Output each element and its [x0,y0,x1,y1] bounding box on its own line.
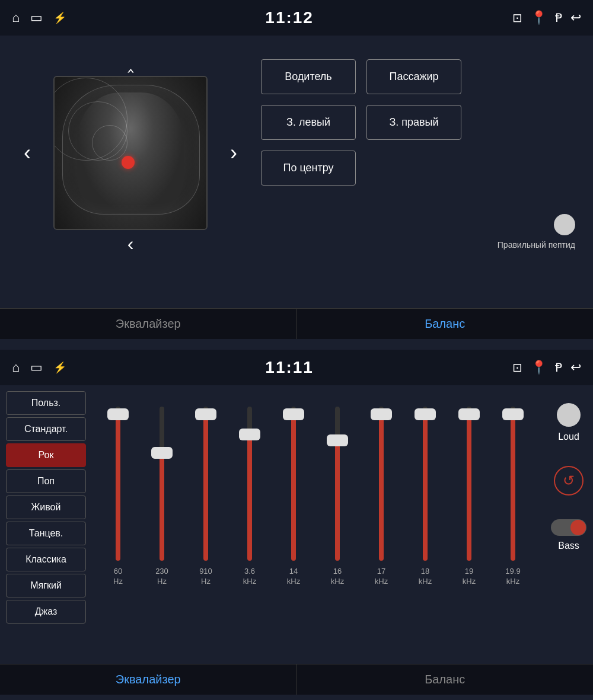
arrow-left-button[interactable]: ‹ [18,138,37,168]
screen-icon-bottom[interactable]: ▭ [30,360,43,375]
arrow-down-button[interactable]: ‹ [116,230,146,258]
usb-icon-bottom[interactable]: ⚡ [53,361,66,374]
slider-track-9[interactable] [511,407,515,561]
ring-3 [53,78,127,161]
slider-thumb-2[interactable] [195,408,216,420]
slider-thumb-4[interactable] [283,408,304,420]
slider-fill-0 [116,414,120,561]
slider-thumb-3[interactable] [239,429,260,440]
slider-thumb-1[interactable] [151,447,173,459]
preset-item-live[interactable]: Живой [6,496,86,519]
slider-fill-1 [160,453,164,561]
tab-bar-bottom: Эквалайзер Баланс [0,664,593,695]
ring-2 [68,101,127,161]
slider-fill-6 [379,414,384,561]
back-icon-bottom[interactable]: ↩ [570,360,581,375]
bluetooth-icon-top[interactable]: Ᵽ [555,11,562,25]
preset-item-jazz[interactable]: Джаз [6,600,86,624]
slider-track-2[interactable] [203,407,208,561]
slider-fill-3 [247,434,252,561]
slider-track-3[interactable] [247,407,252,561]
eq-right-controls: Loud ↺ Bass [539,385,593,664]
slider-fill-4 [291,414,296,561]
location-icon-bottom[interactable]: 📍 [531,360,547,375]
status-icons-left-bottom: ⌂ ▭ ⚡ [12,360,66,375]
loud-label: Loud [558,431,579,442]
rear-left-button[interactable]: З. левый [261,105,356,140]
time-bottom: 11:11 [265,358,314,377]
peptide-label: Правильный пептид [498,240,575,250]
slider-thumb-0[interactable] [107,408,129,420]
slider-thumb-5[interactable] [327,434,348,446]
tab-balance-top-label: Баланс [425,317,465,331]
balance-content: ‸ ‹ › ‹ Водитель [0,36,593,308]
center-button[interactable]: По центру [261,151,356,186]
slider-col-6: 17kHz [361,407,401,587]
location-icon-top[interactable]: 📍 [531,10,547,25]
arrow-up-button[interactable]: ‸ [116,47,146,76]
cast-icon-top[interactable]: ⊡ [512,11,522,25]
bottom-panel: ⌂ ▭ ⚡ 11:11 ⊡ 📍 Ᵽ ↩ Польз.Стандарт.РокПо… [0,350,593,700]
driver-button[interactable]: Водитель [261,59,356,94]
ring-1 [92,125,127,161]
bass-area: Bass [551,519,586,551]
passenger-button[interactable]: Пассажир [366,59,461,94]
status-icons-left-top: ⌂ ▭ ⚡ [12,10,66,25]
status-icons-right-top: ⊡ 📍 Ᵽ ↩ [512,10,581,25]
slider-label-2: 910Hz [199,567,212,587]
bass-toggle-knob [570,520,586,535]
slider-track-5[interactable] [335,407,340,561]
preset-item-rock[interactable]: Рок [6,443,86,467]
tab-equalizer-bottom[interactable]: Эквалайзер [0,664,297,695]
loud-area: Loud [557,403,581,442]
tab-equalizer-top[interactable]: Эквалайзер [0,309,297,339]
slider-track-6[interactable] [379,407,384,561]
slider-track-7[interactable] [423,407,428,561]
slider-thumb-6[interactable] [371,408,392,420]
bluetooth-icon-bottom[interactable]: Ᵽ [555,360,562,375]
slider-thumb-8[interactable] [458,408,480,420]
home-icon-bottom[interactable]: ⌂ [12,360,20,375]
slider-label-4: 14kHz [287,567,300,587]
slider-track-4[interactable] [291,407,296,561]
bass-toggle[interactable] [551,519,586,536]
slider-label-0: 60Hz [113,567,123,587]
arrow-right-button[interactable]: › [224,138,243,168]
slider-track-1[interactable] [160,407,164,561]
home-icon-top[interactable]: ⌂ [12,10,20,25]
screen-icon-top[interactable]: ▭ [30,10,43,25]
tab-balance-bottom[interactable]: Баланс [297,664,594,695]
usb-icon-top[interactable]: ⚡ [53,11,66,24]
preset-item-user[interactable]: Польз. [6,391,86,415]
seat-btn-row-3: По центру [261,151,575,186]
loud-toggle[interactable] [557,403,581,427]
slider-col-7: 18kHz [405,407,445,587]
slider-col-1: 230Hz [142,407,182,587]
slider-col-2: 910Hz [186,407,226,587]
slider-thumb-9[interactable] [502,408,524,420]
preset-item-classic[interactable]: Классика [6,548,86,571]
tab-balance-bottom-label: Баланс [425,673,465,686]
seat-dot [122,156,135,169]
cast-icon-bottom[interactable]: ⊡ [512,360,522,375]
seat-btn-row-1: Водитель Пассажир [261,59,575,94]
rear-right-button[interactable]: З. правый [366,105,461,140]
sliders-area: 60Hz 230Hz 910Hz 3.6kHz [98,397,533,587]
slider-col-4: 14kHz [273,407,314,587]
slider-label-3: 3.6kHz [243,567,256,587]
slider-track-0[interactable] [116,407,120,561]
preset-item-dance[interactable]: Танцев. [6,522,86,545]
preset-item-pop[interactable]: Поп [6,469,86,493]
preset-item-soft[interactable]: Мягкий [6,574,86,597]
peptide-toggle[interactable] [554,214,575,235]
slider-col-5: 16kHz [317,407,358,587]
reset-button[interactable]: ↺ [554,466,584,496]
slider-track-8[interactable] [467,407,471,561]
slider-thumb-7[interactable] [415,408,436,420]
slider-col-0: 60Hz [98,407,138,587]
preset-item-standard[interactable]: Стандарт. [6,417,86,441]
back-icon-top[interactable]: ↩ [570,10,581,25]
slider-label-6: 17kHz [375,567,388,587]
tab-balance-top[interactable]: Баланс [297,309,594,339]
slider-fill-2 [203,414,208,561]
